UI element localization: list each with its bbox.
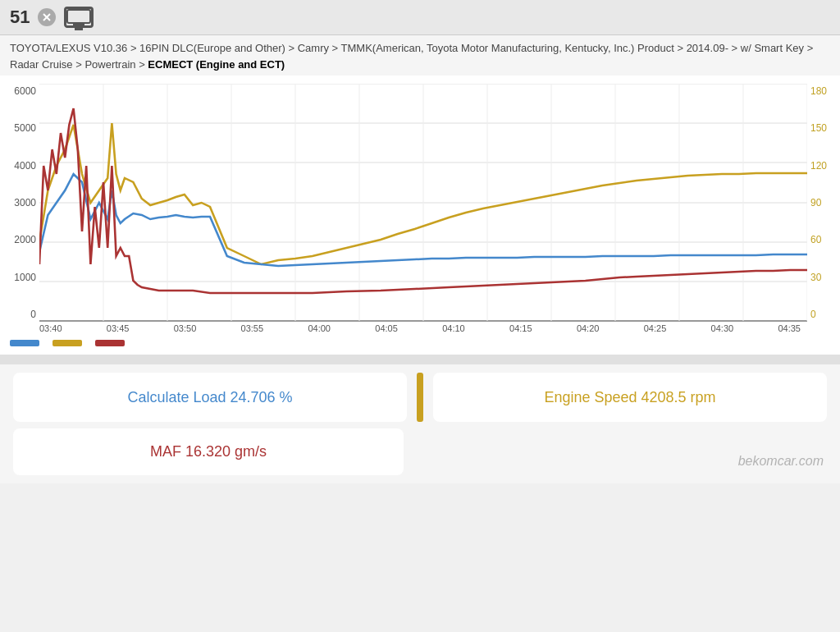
section-divider <box>0 355 840 364</box>
legend-red <box>95 340 125 346</box>
engine-speed-box: Engine Speed 4208.5 rpm <box>433 373 827 422</box>
screen-icon[interactable] <box>64 7 94 28</box>
chart-area: 6000 5000 4000 3000 2000 1000 0 180 150 … <box>0 84 840 322</box>
calculate-load-box: Calculate Load 24.706 % <box>13 373 407 422</box>
chart-svg <box>39 84 807 322</box>
header-number: 51 <box>10 7 30 28</box>
header-bar: 51 <box>0 0 840 35</box>
maf-value: MAF 16.320 gm/s <box>150 443 267 460</box>
breadcrumb-last: ECMECT (Engine and ECT) <box>148 58 285 71</box>
y-axis-left: 6000 5000 4000 3000 2000 1000 0 <box>0 84 39 322</box>
metrics-row-2: MAF 16.320 gm/s <box>13 428 827 475</box>
legend-blue <box>10 340 39 346</box>
metrics-area: Calculate Load 24.706 % Engine Speed 420… <box>0 364 840 483</box>
maf-box: MAF 16.320 gm/s <box>13 428 404 475</box>
y-axis-right: 180 150 120 90 60 30 0 <box>807 84 840 322</box>
legend-area <box>0 335 840 351</box>
x-axis: 03:40 03:45 03:50 03:55 04:00 04:05 04:1… <box>0 322 840 335</box>
metric-separator <box>413 373 427 422</box>
bottom-area: Calculate Load 24.706 % Engine Speed 420… <box>0 364 840 483</box>
chart-container: 6000 5000 4000 3000 2000 1000 0 180 150 … <box>0 76 840 355</box>
watermark: bekomcar.com <box>738 454 824 469</box>
badge-icon[interactable] <box>38 8 56 26</box>
legend-yellow <box>52 340 82 346</box>
separator-bar <box>417 373 423 422</box>
metrics-row-1: Calculate Load 24.706 % Engine Speed 420… <box>13 373 827 422</box>
svg-rect-2 <box>67 10 90 23</box>
calculate-load-value: Calculate Load 24.706 % <box>127 389 292 406</box>
breadcrumb: TOYOTA/LEXUS V10.36 > 16PIN DLC(Europe a… <box>0 35 840 76</box>
engine-speed-value: Engine Speed 4208.5 rpm <box>544 389 715 406</box>
